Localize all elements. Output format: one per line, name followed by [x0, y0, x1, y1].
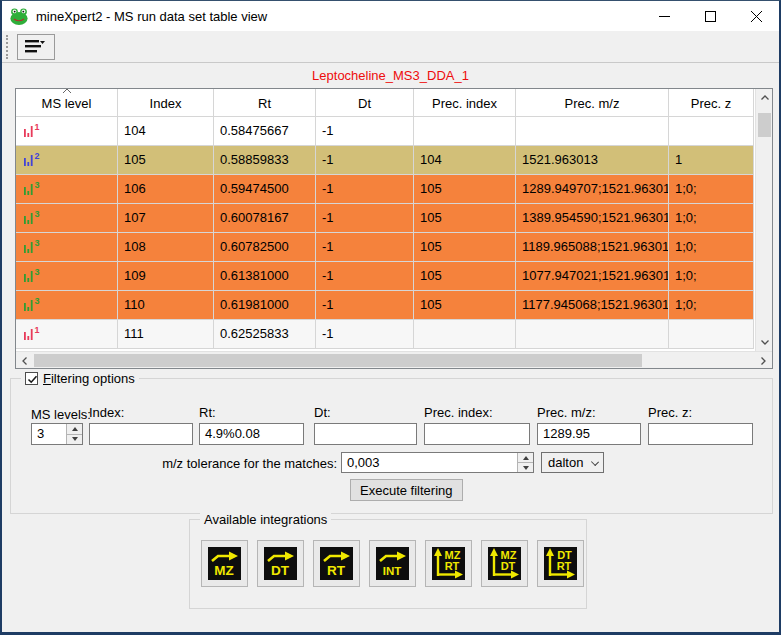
filtering-options-legend: Filtering options: [21, 371, 139, 386]
table-cell: [414, 117, 516, 146]
svg-text:3: 3: [35, 296, 40, 306]
mz-dt-integration-button[interactable]: MZDT: [481, 540, 528, 587]
ms-levels-spinner[interactable]: 3: [31, 423, 83, 445]
ms-level-cell: 2: [16, 146, 118, 175]
filtering-options-group: Filtering options MS levels: 3 Index:Rt:…: [10, 378, 773, 514]
table-cell: [669, 117, 754, 146]
rt-integration-icon: RT: [320, 547, 353, 580]
triangle-down-icon: [72, 437, 78, 441]
table-cell: 0.62525833: [214, 320, 316, 349]
tolerance-value: 0,003: [342, 453, 517, 472]
table-cell: 110: [118, 291, 214, 320]
table-cell: [516, 320, 669, 349]
svg-text:MZ: MZ: [214, 563, 234, 578]
svg-text:RT: RT: [445, 560, 460, 572]
header-cell-prec-z[interactable]: Prec. z: [669, 89, 754, 117]
table-row[interactable]: 31080.60782500-11051189.965088;1521.9630…: [16, 233, 754, 262]
header-cell-prec-index[interactable]: Prec. index: [414, 89, 516, 117]
vertical-scroll-thumb[interactable]: [758, 113, 771, 137]
available-integrations-legend: Available integrations: [200, 512, 331, 527]
table-cell: 104: [118, 117, 214, 146]
spin-down-button[interactable]: [518, 462, 533, 472]
checkmark-icon: [26, 373, 39, 386]
chevron-down-icon: [591, 458, 599, 466]
spin-up-button[interactable]: [67, 424, 82, 434]
table-cell: 0.58475667: [214, 117, 316, 146]
table-cell: 0.61981000: [214, 291, 316, 320]
maximize-button[interactable]: [687, 1, 733, 31]
tolerance-unit-select[interactable]: dalton: [541, 452, 604, 473]
ms3-spectrum-icon: 3: [22, 238, 42, 255]
header-cell-rt[interactable]: Rt: [214, 89, 316, 117]
ms-level-cell: 1: [16, 320, 118, 349]
minimize-button[interactable]: [641, 1, 687, 31]
execute-filtering-button[interactable]: Execute filtering: [350, 479, 463, 501]
chevron-right-icon: [761, 357, 766, 365]
close-button[interactable]: [733, 1, 779, 31]
header-cell-ms-level[interactable]: MS level: [16, 89, 118, 117]
rt-filter-input[interactable]: 4.9%0.08: [199, 423, 304, 445]
filtering-options-checkbox[interactable]: [25, 372, 38, 385]
ms-level-cell: 3: [16, 175, 118, 204]
dt-rt-integration-button[interactable]: DTRT: [537, 540, 584, 587]
dt-filter-input[interactable]: [314, 423, 417, 445]
menu-button[interactable]: [17, 34, 55, 60]
table-row[interactable]: 31090.61381000-11051077.947021;1521.9630…: [16, 262, 754, 291]
ms1-spectrum-icon: 1: [22, 325, 42, 342]
mz-integration-icon: MZ: [208, 547, 241, 580]
table-cell: -1: [316, 146, 414, 175]
spin-up-button[interactable]: [518, 453, 533, 462]
scroll-down-button[interactable]: [756, 334, 773, 351]
vertical-scrollbar[interactable]: [755, 89, 772, 351]
table-cell: 107: [118, 204, 214, 233]
table-cell: -1: [316, 320, 414, 349]
ms-level-cell: 3: [16, 233, 118, 262]
table-cell: 105: [118, 146, 214, 175]
table-cell: 1;0;: [669, 175, 754, 204]
prec-index-filter-input[interactable]: [424, 423, 530, 445]
scroll-left-button[interactable]: [16, 352, 33, 369]
horizontal-scroll-thumb[interactable]: [34, 354, 642, 367]
rt-integration-button[interactable]: RT: [313, 540, 360, 587]
table-cell: 1;0;: [669, 262, 754, 291]
int-integration-button[interactable]: INT: [369, 540, 416, 587]
tolerance-spinbox[interactable]: 0,003: [341, 452, 534, 473]
table-row[interactable]: 11040.58475667-1: [16, 117, 754, 146]
table-row[interactable]: 31060.59474500-11051289.949707;1521.9630…: [16, 175, 754, 204]
table-cell: 1389.954590;1521.963013: [516, 204, 669, 233]
table-cell: -1: [316, 262, 414, 291]
spin-down-button[interactable]: [67, 434, 82, 445]
header-cell-prec-m-z[interactable]: Prec. m/z: [516, 89, 669, 117]
scroll-right-button[interactable]: [755, 352, 772, 369]
ms3-spectrum-icon: 3: [22, 267, 42, 284]
header-cell-index[interactable]: Index: [118, 89, 214, 117]
scroll-up-button[interactable]: [756, 89, 773, 106]
table-cell: 105: [414, 175, 516, 204]
index-filter-input[interactable]: [89, 423, 193, 445]
table-cell: [516, 117, 669, 146]
ms-levels-spin-buttons: [66, 424, 82, 444]
prec-mz-filter-input[interactable]: 1289.95: [537, 423, 641, 445]
header-cell-dt[interactable]: Dt: [316, 89, 414, 117]
svg-text:3: 3: [35, 209, 40, 219]
minimize-icon: [659, 11, 670, 22]
hamburger-menu-icon: [25, 40, 47, 54]
horizontal-scrollbar[interactable]: [16, 351, 772, 368]
table-row[interactable]: 11110.62525833-1: [16, 320, 754, 349]
int-integration-icon: INT: [376, 547, 409, 580]
table-cell: -1: [316, 117, 414, 146]
prec-z-filter-input[interactable]: [648, 423, 753, 445]
mz-integration-button[interactable]: MZ: [201, 540, 248, 587]
table-row[interactable]: 31070.60078167-11051389.954590;1521.9630…: [16, 204, 754, 233]
table-header-row: MS levelIndexRtDtPrec. indexPrec. m/zPre…: [16, 89, 754, 117]
ms-level-cell: 1: [16, 117, 118, 146]
dt-rt-integration-icon: DTRT: [544, 547, 577, 580]
dt-filter-label: Dt:: [314, 405, 331, 420]
toolbar-drag-handle[interactable]: [6, 35, 11, 59]
table-cell: 105: [414, 233, 516, 262]
dt-integration-icon: DT: [264, 547, 297, 580]
mz-rt-integration-button[interactable]: MZRT: [425, 540, 472, 587]
table-row[interactable]: 21050.58859833-11041521.9630131: [16, 146, 754, 175]
dt-integration-button[interactable]: DT: [257, 540, 304, 587]
table-row[interactable]: 31100.61981000-11051177.945068;1521.9630…: [16, 291, 754, 320]
